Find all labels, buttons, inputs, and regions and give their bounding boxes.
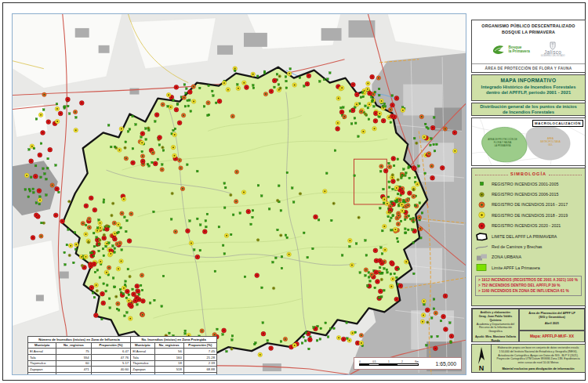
table-cell: Tala [28,355,56,361]
roads-line-icon [475,243,488,251]
dot-2018-icon [475,211,488,219]
legend-item: REGISTRO INCENDIOS 2020 - 2021 [475,221,582,231]
legend-item-label: LIMITE DEL APFF LA PRIMAVERA [492,234,557,239]
macrolocation-label: MACROLOCALIZACIÓN [532,120,583,127]
credit-line: Geog. Juan Pablo Valdés Quintero [474,315,517,323]
scale-bar: 00.512Km 1:65,000 [354,357,462,370]
table-cell: 752 [154,373,183,375]
legend-item: ZONA URBANA [475,252,582,262]
jalisco-logo: Jalisco GOBIERNO DEL ESTADO [541,42,565,58]
table-cell: 75 [56,349,91,355]
leaf-icon [492,44,506,56]
legend-item-label: Limite APFF La Primavera [492,266,540,270]
legend-item-label: REGISTRO DE INCENDIOS 2018 - 2019 [492,213,568,218]
table-cell: El Arenal [131,349,154,355]
table-row: Zapopan47140.60Zapopan51868.88 [28,367,217,373]
legend-item: REGISTRO DE INCENDIOS 2016 - 2017 [475,200,582,210]
credit-line: Abril 2021 [521,321,583,325]
table-col-header: Municipio [28,342,56,349]
map-sheet: Arroyo [2,2,586,381]
table-cell: 5.17 [91,360,130,367]
legend-item-label: REGISTRO INCENDIOS 2006-2015 [492,192,558,197]
table-cell: 60 [56,360,91,367]
table-cell: 47.76 [91,355,130,361]
table-row: Totales1,160100.00Totales752100.00 [28,373,217,375]
apff-band: ÁREA DE PROTECCIÓN DE FLORA Y FAUNA [472,63,585,72]
table-col-header: Municipio [131,342,154,349]
usage-note: Material exclusivo para divulgación de i… [494,367,583,370]
logo-row: Bosque la Primavera Jalisco GOBIERNO DEL… [472,36,585,63]
legend-item-label: REGISTRO INCENDIOS 2001-2005 [492,182,558,186]
map-subtitle: Distribución general de los puntos de in… [477,104,580,115]
planning-credit: Área de Planeación del APFF LP(SIG y Geo… [519,309,585,331]
stats-line: > 752 INCENDIOS DENTRO DEL APFFLP 39 % [478,284,579,288]
table-col-header: Proporción (%) [91,342,130,349]
table-cell: El Arenal [28,349,56,355]
table-cell: Tala [131,355,154,361]
table-col-header: Proporción (%) [183,342,216,349]
table-cell: Tlajomulco [28,360,56,367]
svg-text:LA PRIMAVERA: LA PRIMAVERA [495,144,511,147]
legend-box: SIMBOLOGÍA REGISTRO INCENDIOS 2001-2005R… [471,168,586,306]
org-line1: ORGANISMO PÚBLICO DESCENTRALIZADO [472,23,585,30]
table-cell: 56 [154,349,183,355]
source-note: Elaboración propia con base en conjunto … [494,346,583,365]
bosque-la-primavera-logo: Bosque la Primavera [492,44,529,56]
urban-poly-icon [475,253,488,262]
jalisco-subline: GOBIERNO DEL ESTADO [541,56,565,58]
title-box: MAPA INFORMATIVO Integrado Histórico de … [471,74,586,101]
macrolocation-box: MACROLOCALIZACIÓN ÁREA DE PROTECCIÓN DEF… [471,117,586,166]
legend-item: LIMITE DEL APFF LA PRIMAVERA [475,231,582,241]
subtitle-box: Distribución general de los puntos de in… [471,103,586,116]
scale-bar-graphic: 00.512Km [359,361,419,367]
dot-2001-icon [475,179,488,188]
table-cell: 100.00 [183,373,216,375]
table-cell: Zapopan [28,367,56,373]
map-canvas: Arroyo [12,13,466,375]
table-cell: 6.47 [91,349,130,355]
legend-item: REGISTRO DE INCENDIOS 2018 - 2019 [475,210,582,220]
legend-leader-left [475,172,508,175]
incendios-table: Número de Incendios (inicios) en Zona de… [27,336,217,375]
map-code: Mapa: APFFLP-MUF- XX [519,331,585,342]
table-cell: 471 [56,367,91,373]
dot-2020-icon [475,222,488,230]
header-box: ORGANISMO PÚBLICO DESCENTRALIZADO BOSQUE… [471,20,586,73]
credit-line: (SIG y Geomática) [521,315,583,319]
dot-2016-icon [475,201,488,209]
credits-box: Área de Planeación del APFF LP(SIG y Geo… [471,308,586,342]
table-header-influencia: Número de Incendios (inicios) en Zona de… [28,337,131,343]
source-box: N Elaboración propia con base en conjunt… [471,344,586,373]
credit-line: Academia y Departamento del Recurso de l… [474,323,517,334]
table-cell: 518 [154,367,183,373]
north-arrow: N [472,345,492,372]
north-label: N [479,364,485,371]
table-row: El Arenal756.47El Arenal567.45 [28,349,217,355]
table-col-header: No_registros [154,342,183,349]
legend-item: REGISTRO INCENDIOS 2001-2005 [475,179,582,189]
table-cell: 2.39 [183,360,216,367]
limit-outline-icon [475,232,488,241]
legend-item: Red de Caminos y Brechas [475,241,582,251]
legend-item-label: Red de Caminos y Brechas [492,244,542,249]
table-cell: 21.28 [183,355,216,361]
table-row: Tala55447.76Tala16021.28 [28,355,217,361]
table-cell: 1,160 [56,373,91,375]
table-cell: 40.60 [91,367,130,373]
table-cell: Tlajomulco [131,360,154,367]
table-row: Tlajomulco605.17Tlajomulco182.39 [28,360,217,367]
legend-leader-right [549,172,582,175]
table-cell: 18 [154,360,183,367]
table-cell: 68.88 [183,367,216,373]
table-cell: 160 [154,355,183,361]
table-header-protegida: No. Incendios (inicios) en Zona Protegid… [131,337,217,343]
legend-items: REGISTRO INCENDIOS 2001-2005REGISTRO INC… [475,179,582,273]
north-arrow-icon: N [474,346,488,371]
legend-item-label: ZONA URBANA [492,255,521,259]
org-line2: BOSQUE LA PRIMAVERA [472,30,585,36]
map-kicker: MAPA INFORMATIVO [472,78,585,83]
analysis-credit: Análisis y elaboración:Geog. Juan Pablo … [472,309,519,342]
legend-item-label: REGISTRO INCENDIOS 2020 - 2021 [492,223,561,228]
table-cell: 100.00 [91,373,130,375]
legend-title-row: SIMBOLOGÍA [475,172,582,176]
